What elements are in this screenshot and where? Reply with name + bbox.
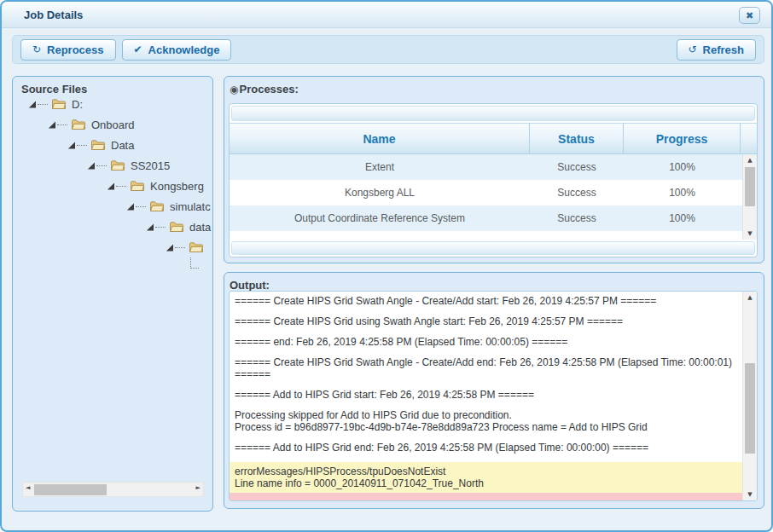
- scroll-down-icon[interactable]: ▼: [743, 491, 757, 498]
- output-title: Output:: [230, 279, 270, 292]
- log-entry: [230, 493, 742, 500]
- table-bottom-strip: [231, 241, 755, 255]
- tree-expander-icon[interactable]: [48, 121, 55, 129]
- folder-icon: [149, 200, 165, 212]
- tree-node-label: Data: [111, 139, 134, 152]
- close-button[interactable]: ✖: [739, 7, 760, 24]
- tree-connector-line: [57, 117, 67, 125]
- log-entry: ====== Create HIPS Grid Swath Angle - Cr…: [230, 295, 742, 307]
- tree-horizontal-scrollbar[interactable]: ◄ ►: [22, 482, 204, 497]
- process-name-cell: Kongsberg ALL: [230, 187, 530, 199]
- reprocess-button[interactable]: ↻ Reprocess: [20, 39, 116, 61]
- tree-expander-icon[interactable]: [166, 244, 173, 252]
- tree-expander-icon[interactable]: [87, 162, 95, 170]
- log-entry: ====== Create HIPS Grid Swath Angle - Cr…: [230, 356, 742, 380]
- process-status-cell: Success: [530, 187, 624, 199]
- table-body: ExtentSuccess100%Kongsberg ALLSuccess100…: [230, 154, 757, 240]
- scroll-up-icon[interactable]: ▲: [743, 157, 757, 164]
- folder-icon: [90, 139, 106, 151]
- process-progress-cell: 100%: [624, 238, 741, 240]
- process-row[interactable]: Kongsberg ALLSuccess100%: [230, 180, 743, 205]
- folder-icon: [71, 119, 86, 130]
- table-top-strip: [231, 106, 755, 121]
- log-entry: ====== Add to HIPS Grid end: Feb 26, 201…: [230, 442, 742, 454]
- process-progress-cell: 100%: [624, 187, 741, 199]
- tree-node[interactable]: Onboard: [13, 114, 212, 135]
- column-header-gutter: [741, 124, 757, 153]
- tree-connector-line: [77, 137, 87, 146]
- process-row[interactable]: ExtentSuccess100%: [230, 154, 743, 180]
- job-details-dialog: Job Details ✖ ↻ Reprocess ✔ Acknowledge …: [0, 0, 773, 532]
- output-vertical-scrollbar[interactable]: ▲ ▼: [742, 292, 757, 500]
- reprocess-icon: ↻: [32, 43, 41, 55]
- scroll-right-icon[interactable]: ►: [196, 484, 201, 491]
- processes-vertical-scrollbar[interactable]: ▲ ▼: [742, 154, 757, 240]
- process-progress-cell: 100%: [624, 212, 741, 224]
- tree-expander-icon[interactable]: [146, 223, 154, 231]
- folder-icon: [169, 221, 184, 233]
- tree-node[interactable]: Data: [13, 135, 212, 155]
- tree-node-label: D:: [72, 98, 83, 111]
- tree-node[interactable]: SS2015: [13, 155, 212, 176]
- process-status-cell: Success: [530, 212, 624, 224]
- refresh-label: Refresh: [703, 43, 744, 56]
- tree-node-label: data: [189, 221, 211, 234]
- tree-expander-icon[interactable]: [126, 203, 134, 211]
- tree-connector-line: [175, 240, 185, 248]
- tree-expander-icon[interactable]: [67, 142, 75, 149]
- log-entry: Processing skipped for Add to HIPS Grid …: [230, 409, 742, 433]
- window-title: Job Details: [24, 9, 83, 21]
- tree-node[interactable]: data: [13, 217, 212, 237]
- log-entry: errorMessages/HIPSProcess/tpuDoesNotExis…: [230, 462, 742, 493]
- tree-connector-line: [116, 178, 126, 187]
- close-icon: ✖: [746, 10, 753, 21]
- processes-label: Processes:: [239, 83, 298, 95]
- process-row[interactable]: Output Coordinate Reference SystemSucces…: [230, 205, 743, 231]
- tree-node-label: Onboard: [91, 119, 135, 131]
- processes-icon: ◉: [230, 84, 238, 95]
- scrollbar-thumb[interactable]: [745, 167, 755, 206]
- tree-node-label: SS2015: [131, 159, 170, 172]
- process-status-cell: Success: [530, 161, 624, 173]
- acknowledge-label: Acknowledge: [148, 43, 220, 56]
- log-content: ====== Create HIPS Grid Swath Angle - Cr…: [230, 292, 742, 500]
- column-header-status[interactable]: Status: [530, 124, 624, 153]
- scroll-left-icon[interactable]: ◄: [26, 484, 30, 491]
- title-bar[interactable]: Job Details ✖: [2, 2, 771, 28]
- reprocess-label: Reprocess: [47, 43, 103, 56]
- output-panel: Output: ====== Create HIPS Grid Swath An…: [224, 272, 764, 509]
- tree-node[interactable]: simulatc: [13, 196, 212, 217]
- tree-expander-icon[interactable]: [28, 101, 36, 108]
- tree-connector-line: [136, 199, 146, 207]
- tree-node[interactable]: [13, 237, 212, 257]
- table-header-row: Name Status Progress: [230, 123, 757, 154]
- tree-node[interactable]: D:: [13, 94, 212, 114]
- process-progress-cell: 100%: [624, 161, 741, 173]
- scroll-down-icon[interactable]: ▼: [743, 230, 757, 237]
- tree-node-label: Kongsberg: [150, 180, 204, 193]
- acknowledge-button[interactable]: ✔ Acknowledge: [122, 39, 232, 61]
- folder-icon: [51, 98, 67, 110]
- processes-table: Name Status Progress ExtentSuccess100%Ko…: [229, 103, 758, 257]
- column-header-progress[interactable]: Progress: [624, 124, 741, 153]
- check-icon: ✔: [134, 43, 142, 55]
- folder-icon: [110, 159, 125, 171]
- scrollbar-thumb[interactable]: [745, 363, 755, 454]
- tree-expander-icon[interactable]: [107, 182, 114, 190]
- processes-title: ◉ Processes:: [230, 83, 299, 95]
- process-name-cell: Extent: [230, 161, 530, 173]
- folder-icon: [130, 180, 145, 192]
- column-header-name[interactable]: Name: [230, 124, 530, 153]
- refresh-icon: ↺: [689, 43, 697, 55]
- log-entry: ====== Create HIPS Grid using Swath Angl…: [230, 315, 742, 327]
- log-entry: ====== Add to HIPS Grid start: Feb 26, 2…: [230, 389, 742, 401]
- refresh-button[interactable]: ↺ Refresh: [677, 39, 756, 61]
- scrollbar-thumb[interactable]: [34, 484, 107, 495]
- toolbar: ↻ Reprocess ✔ Acknowledge ↺ Refresh: [12, 35, 764, 64]
- process-row[interactable]: Create HIPS Grid Swath AngleSuccess100%: [230, 231, 743, 240]
- process-name-cell: Create HIPS Grid Swath Angle: [230, 238, 530, 240]
- tree-connector-tail: [190, 257, 199, 269]
- scroll-up-icon[interactable]: ▲: [743, 294, 757, 301]
- source-files-panel: Source Files D:OnboardDataSS2015Kongsber…: [12, 76, 213, 512]
- tree-node[interactable]: Kongsberg: [13, 176, 212, 196]
